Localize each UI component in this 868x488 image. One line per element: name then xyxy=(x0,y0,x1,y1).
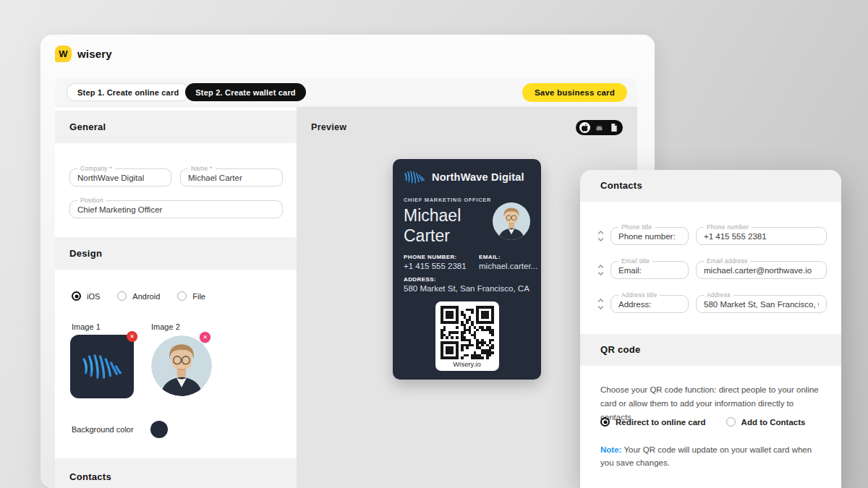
phone-number-field: Phone number xyxy=(696,227,827,245)
android-icon xyxy=(595,124,603,132)
design-radio-android-label: Android xyxy=(132,292,160,301)
qr-radio-redirect-label: Redirect to online card xyxy=(616,418,706,427)
android-platform-button[interactable] xyxy=(594,122,605,133)
image2-upload[interactable]: ✕ xyxy=(151,335,212,396)
position-field: Position xyxy=(69,200,283,218)
qr-note: Note: Your QR code will update on your w… xyxy=(600,443,826,470)
design-radio-android[interactable]: Android xyxy=(117,291,160,301)
northwave-logo-icon xyxy=(404,168,425,186)
drag-handle-icon[interactable] xyxy=(596,264,605,276)
image1-label: Image 1 xyxy=(72,322,151,331)
remove-image1-button[interactable]: ✕ xyxy=(127,331,137,342)
radio-unselected-icon xyxy=(726,417,736,427)
contact-row-phone: Phone title Phone number xyxy=(596,227,827,245)
preview-title: Preview xyxy=(311,122,346,132)
card-first-name: Michael xyxy=(404,206,461,225)
remove-image2-button[interactable]: ✕ xyxy=(200,332,210,343)
tab-step1-online-card[interactable]: Step 1. Create online card xyxy=(67,83,190,101)
form-column: General Company * Name * Position xyxy=(55,107,297,488)
save-business-card-button[interactable]: Save business card xyxy=(522,83,627,102)
brand-name: wisery xyxy=(77,48,112,60)
background-color-label: Background color xyxy=(72,425,150,434)
brand: W wisery xyxy=(55,46,112,62)
card-address-value: 580 Market St, San Francisco, CA xyxy=(404,284,530,293)
qr-code xyxy=(441,306,494,359)
email-address-field: Email address xyxy=(696,261,827,279)
image2-label: Image 2 xyxy=(151,322,180,331)
file-icon xyxy=(610,124,618,132)
phone-title-field: Phone title xyxy=(610,227,689,245)
drag-handle-icon[interactable] xyxy=(596,298,605,310)
background-color-swatch[interactable] xyxy=(150,421,168,438)
platform-toggle xyxy=(576,120,623,135)
radio-unselected-icon xyxy=(177,291,187,301)
contact-row-email: Email title Email address xyxy=(596,261,827,279)
wallet-card-preview: NorthWave Digital CHIEF MARKETING OFFICE… xyxy=(393,159,541,380)
section-header-contacts: Contacts xyxy=(55,458,297,488)
contacts-panel: Contacts Phone title Phone number Email … xyxy=(580,170,841,488)
apple-icon xyxy=(582,124,589,132)
email-address-input[interactable] xyxy=(697,262,826,278)
section-header-general: General xyxy=(55,111,297,143)
card-phone-value: +1 415 555 2381 xyxy=(404,262,479,270)
card-email-label: EMAIL: xyxy=(479,254,530,260)
phone-number-input[interactable] xyxy=(697,228,826,244)
qr-radio-add-contacts-label: Add to Contacts xyxy=(741,418,806,427)
wisery-logo-icon: W xyxy=(55,46,72,62)
radio-unselected-icon xyxy=(117,291,127,301)
image2-preview xyxy=(151,335,212,396)
image1-preview xyxy=(70,335,134,398)
company-field: Company * xyxy=(69,168,171,187)
radio-selected-icon xyxy=(600,417,610,427)
design-radio-ios[interactable]: iOS xyxy=(72,291,100,301)
qr-note-text: Your QR code will update on your wallet … xyxy=(600,445,812,467)
card-phone-label: PHONE NUMBER: xyxy=(404,254,479,260)
northwave-logo-icon xyxy=(81,350,123,383)
company-input[interactable] xyxy=(70,169,171,186)
radio-selected-icon xyxy=(72,291,81,301)
qr-note-label: Note: xyxy=(600,445,621,454)
image1-upload[interactable]: ✕ xyxy=(70,335,134,398)
email-title-field: Email title xyxy=(610,261,689,279)
design-radio-file[interactable]: File xyxy=(177,291,205,301)
name-input[interactable] xyxy=(181,169,282,186)
card-address-label: ADDRESS: xyxy=(404,276,530,283)
card-last-name: Carter xyxy=(404,226,450,245)
step-tabbar: Step 1. Create online card Step 2. Creat… xyxy=(55,78,637,107)
address-input[interactable] xyxy=(697,296,826,312)
phone-title-input[interactable] xyxy=(611,228,688,244)
tab-step2-wallet-card[interactable]: Step 2. Create wallet card xyxy=(185,83,305,101)
contact-row-address: Address title Address xyxy=(596,295,827,313)
apple-platform-button[interactable] xyxy=(579,122,590,133)
position-input[interactable] xyxy=(70,201,282,218)
address-field: Address xyxy=(696,295,827,313)
profile-photo xyxy=(151,335,212,396)
qr-code-section-header: QR code xyxy=(580,334,841,366)
section-header-design: Design xyxy=(55,237,297,270)
name-field: Name * xyxy=(180,168,283,187)
design-radio-ios-label: iOS xyxy=(87,292,100,301)
drag-handle-icon[interactable] xyxy=(596,230,605,242)
card-qr-box: Wisery.io xyxy=(435,301,499,371)
main-window: W wisery Step 1. Create online card Step… xyxy=(41,35,655,488)
email-title-input[interactable] xyxy=(611,262,688,278)
address-title-input[interactable] xyxy=(611,296,688,312)
file-platform-button[interactable] xyxy=(608,122,619,133)
qr-radio-add-contacts[interactable]: Add to Contacts xyxy=(726,417,806,427)
contacts-panel-header: Contacts xyxy=(580,170,841,202)
card-company: NorthWave Digital xyxy=(432,171,524,183)
card-avatar xyxy=(493,202,530,240)
card-name: Michael Carter xyxy=(404,205,501,246)
card-email-value: michael.carter... xyxy=(479,262,530,270)
qr-radio-redirect[interactable]: Redirect to online card xyxy=(600,417,706,427)
qr-caption: Wisery.io xyxy=(441,360,494,368)
design-radio-file-label: File xyxy=(192,292,205,301)
address-title-field: Address title xyxy=(610,295,689,313)
